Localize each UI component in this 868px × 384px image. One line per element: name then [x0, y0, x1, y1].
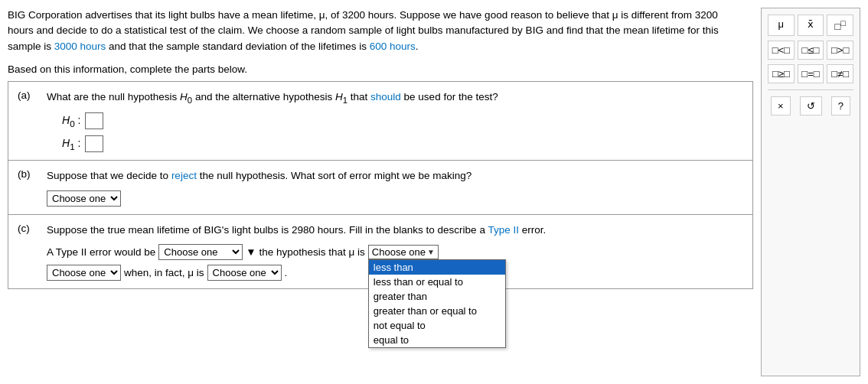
open-dropdown-selected-text: Choose one: [372, 246, 426, 258]
h1-input[interactable]: [85, 135, 103, 152]
symbol-geq[interactable]: □≥□: [768, 64, 795, 83]
symbol-less-than[interactable]: □<□: [768, 41, 795, 60]
part-a-body: What are the null hypothesis H0 and the …: [47, 89, 743, 153]
open-dropdown-wrapper: Choose one ▼ less than less than or equa…: [368, 245, 439, 259]
part-b-label: (b): [18, 168, 39, 180]
intro-line3: sample is 3000 hours and that the sample…: [8, 41, 419, 52]
part-b-body: Suppose that we decide to reject the nul…: [47, 168, 743, 206]
parts-container: (a) What are the null hypothesis H0 and …: [8, 81, 753, 289]
right-panel: μ x̄ □□ □<□ □≤□ □>□ □≥□ □=□ □≠□ × ↺ ?: [761, 8, 860, 376]
part-c-body: Suppose the true mean lifetime of BIG's …: [47, 223, 743, 281]
symbol-neq[interactable]: □≠□: [827, 64, 853, 83]
intro-line2: hours and decide to do a statistical tes…: [8, 24, 719, 36]
main-content: BIG Corporation advertises that its ligh…: [8, 8, 753, 376]
symbol-grid-top: μ x̄ □□: [768, 15, 853, 36]
option-not-equal[interactable]: not equal to: [369, 318, 505, 333]
h0-input[interactable]: [85, 112, 103, 129]
panel-divider: [768, 89, 853, 90]
part-c-question: Suppose the true mean lifetime of BIG's …: [47, 223, 743, 238]
part-c-dropdown1[interactable]: Choose one failing to reject rejecting: [158, 244, 243, 260]
undo-button[interactable]: ↺: [800, 96, 822, 116]
h0-row: H0 :: [62, 112, 743, 129]
highlight-600: 600 hours: [370, 41, 416, 52]
h1-row: H1 :: [62, 135, 743, 152]
symbol-leq[interactable]: □≤□: [798, 41, 824, 60]
option-less-than-equal[interactable]: less than or equal to: [369, 275, 505, 289]
part-a-question: What are the null hypothesis H0 and the …: [47, 89, 743, 107]
option-less-than[interactable]: less than: [369, 260, 505, 275]
h0-label: H0 :: [62, 114, 80, 129]
part-b-dropdown[interactable]: Choose one Type I Type II: [47, 190, 121, 207]
row2-period: .: [285, 267, 288, 278]
close-button[interactable]: ×: [771, 96, 791, 116]
part-c: (c) Suppose the true mean lifetime of BI…: [8, 215, 752, 288]
symbol-eq[interactable]: □=□: [798, 64, 824, 83]
symbol-grid-row2: □<□ □≤□ □>□: [768, 41, 853, 60]
row1-text-start: A Type II error would be: [47, 246, 155, 258]
h1-label: H1 :: [62, 137, 80, 151]
part-b: (b) Suppose that we decide to reject the…: [8, 161, 752, 214]
option-equal-to[interactable]: equal to: [369, 333, 505, 347]
symbol-greater-than[interactable]: □>□: [827, 41, 853, 60]
open-dropdown-trigger[interactable]: Choose one ▼: [368, 245, 439, 259]
part-b-question: Suppose that we decide to reject the nul…: [47, 168, 743, 184]
symbol-square-superscript[interactable]: □□: [827, 15, 853, 36]
part-c-content: A Type II error would be Choose one fail…: [47, 244, 743, 281]
action-row: × ↺ ?: [768, 96, 853, 116]
part-a-label: (a): [18, 89, 39, 101]
part-b-dropdown-row: Choose one Type I Type II: [47, 190, 743, 207]
type-ii-row1: A Type II error would be Choose one fail…: [47, 244, 743, 260]
option-greater-than[interactable]: greater than: [369, 289, 505, 304]
based-on-text: Based on this information, complete the …: [8, 63, 753, 75]
part-c-dropdown3[interactable]: Choose one: [47, 265, 121, 281]
row1-text-mid: ▼ the hypothesis that μ is: [246, 246, 364, 258]
highlight-3000: 3000 hours: [54, 41, 106, 52]
row2-text-when: when, in fact, μ is: [124, 267, 204, 278]
part-a: (a) What are the null hypothesis H0 and …: [8, 82, 752, 161]
symbol-grid-row3: □≥□ □=□ □≠□: [768, 64, 853, 83]
help-button[interactable]: ?: [831, 96, 850, 116]
option-greater-than-equal[interactable]: greater than or equal to: [369, 304, 505, 318]
symbol-xbar[interactable]: x̄: [798, 15, 824, 36]
open-dropdown-list: less than less than or equal to greater …: [368, 259, 506, 348]
intro-paragraph: BIG Corporation advertises that its ligh…: [8, 8, 753, 54]
part-c-dropdown4[interactable]: Choose one: [207, 265, 282, 281]
part-c-label: (c): [18, 223, 39, 234]
dropdown-arrow-icon: ▼: [427, 248, 435, 256]
symbol-mu[interactable]: μ: [768, 15, 795, 36]
intro-line1: BIG Corporation advertises that its ligh…: [8, 9, 718, 21]
